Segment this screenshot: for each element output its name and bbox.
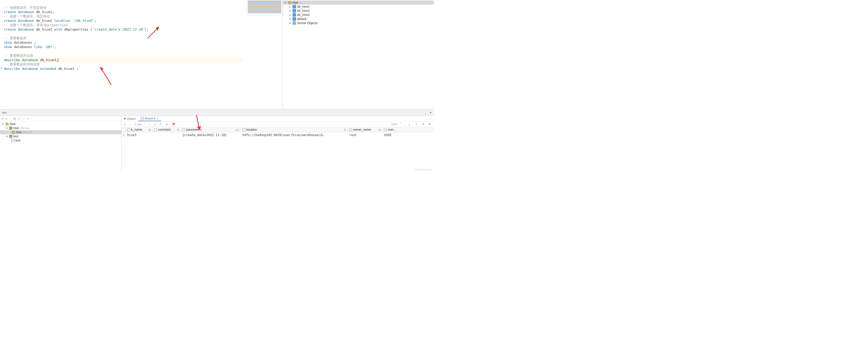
kw: create — [4, 19, 16, 23]
kw: create — [4, 28, 16, 31]
services-session-test[interactable]: test — [0, 138, 121, 143]
chevron-right-icon[interactable] — [289, 13, 291, 17]
cell-own[interactable]: USER — [382, 132, 398, 137]
str: '2022-11-18' — [120, 28, 145, 31]
tree-label: db_hive1 — [297, 5, 310, 8]
word: dbproperties — [64, 28, 88, 31]
tree-label: Server Objects — [297, 21, 317, 25]
db-node-default[interactable]: default — [283, 17, 434, 21]
editor-content[interactable]: -- 创建数据库，不指定路径 create database db_hive1;… — [0, 0, 282, 72]
stop-icon[interactable]: ■ — [165, 123, 168, 126]
chevron-down-icon[interactable] — [2, 122, 4, 126]
kw: database — [22, 58, 38, 62]
tree-label: hive — [292, 1, 298, 4]
tree-label: test — [13, 134, 18, 138]
database-tool-window[interactable]: hive 4 db_hive1 db_hive2 db_hive3 — [283, 0, 434, 110]
tab-output[interactable]: ▶ Output — [121, 116, 138, 121]
panel-title: ces — [1, 111, 7, 114]
db-node-db_hive1[interactable]: db_hive1 — [283, 5, 434, 9]
cell-comment[interactable] — [153, 132, 181, 137]
hive-icon — [11, 130, 15, 134]
kw: like — [34, 45, 42, 49]
eye-icon[interactable]: 👁 — [428, 123, 432, 126]
tree-label: hive — [16, 130, 22, 134]
kw: show — [4, 45, 12, 49]
services-panel-header: ces ⎯ ✱ — [0, 110, 434, 116]
row-number: 1 — [121, 132, 126, 137]
close-icon[interactable]: × — [156, 117, 158, 120]
db-root-hive[interactable]: hive 4 — [283, 1, 434, 5]
services-tree-pane[interactable]: ≡ ↧ | ⧉ ⤢ | ＋ hive hive 256 ms — [0, 116, 121, 172]
next-page-icon[interactable]: › — [148, 123, 151, 126]
code-comment: -- 查看数据库信息 — [4, 54, 33, 58]
code-comment: -- 创建一个数据库，指定路径 — [4, 14, 50, 18]
chevron-down-icon[interactable] — [6, 126, 8, 130]
row-number-header[interactable] — [121, 127, 126, 132]
cell-owner_name[interactable]: root — [348, 132, 382, 137]
cell-parameters[interactable]: {create_date=2022-11-18} — [181, 132, 241, 137]
services-toolbar: ≡ ↧ | ⧉ ⤢ | ＋ — [0, 116, 121, 121]
export-format[interactable]: CSV — [392, 123, 398, 126]
chevron-down-icon[interactable]: ˅ — [144, 122, 145, 126]
tab-result-4[interactable]: Result 4 × — [138, 116, 161, 121]
kw: describe — [4, 58, 20, 62]
results-pane[interactable]: ▶ Output Result 4 × |‹ ‹ 1 row ˅ › ›| ⟳ … — [121, 116, 434, 172]
table-row[interactable]: 1 hive3 {create_date=2022-11-18} hdfs://… — [121, 132, 434, 137]
code-comment: -- 创建数据库，不指定路径 — [4, 6, 46, 9]
datasource-icon — [9, 135, 12, 138]
kw: database — [18, 19, 34, 23]
chevron-down-icon[interactable] — [6, 134, 8, 138]
database-icon — [292, 9, 296, 12]
word: databases — [14, 40, 32, 44]
tab-label: Output — [127, 117, 135, 120]
col-b_name[interactable]: b_name⇅ — [126, 127, 153, 132]
hive-icon — [5, 122, 9, 126]
last-page-icon[interactable]: ›| — [153, 123, 156, 126]
filter-icon[interactable]: ≡ — [2, 117, 3, 120]
col-own[interactable]: own... — [382, 127, 398, 132]
collapse-icon[interactable]: ↧ — [5, 117, 7, 120]
gear-icon[interactable]: ✱ — [428, 111, 433, 114]
expand-icon[interactable]: ✦ — [421, 122, 425, 126]
chevron-right-icon[interactable] — [289, 21, 291, 25]
col-comment[interactable]: comment⇅ — [153, 127, 181, 132]
pin-icon[interactable]: 📌 — [171, 122, 176, 126]
add-icon[interactable]: ＋ — [26, 116, 29, 121]
kw: create — [4, 10, 16, 14]
services-datasource-hive[interactable]: hive 256 ms — [0, 126, 121, 130]
chevron-down-icon[interactable]: ˅ — [400, 122, 401, 126]
watermark: CSDN @ONLYYD — [414, 168, 432, 171]
datasource-icon — [9, 127, 12, 130]
reload-icon[interactable]: ⟳ — [159, 122, 162, 126]
tree-label: hive — [13, 126, 19, 130]
chevron-right-icon[interactable] — [289, 5, 291, 8]
services-datasource-test[interactable]: test — [0, 134, 121, 138]
cell-b_name[interactable]: hive3 — [126, 132, 153, 137]
services-root-hive[interactable]: hive — [0, 122, 121, 126]
db-node-db_hive2[interactable]: db_hive2 — [283, 9, 434, 13]
chevron-right-icon[interactable] — [289, 9, 291, 12]
str: '/db_hive2' — [72, 19, 94, 23]
layout-icon[interactable]: ⧉ — [13, 117, 16, 120]
row-count: 1 row — [134, 123, 141, 126]
upload-icon[interactable]: ⭱ — [414, 123, 418, 126]
prev-page-icon[interactable]: ‹ — [129, 123, 132, 126]
sql-editor[interactable]: ✔ -- 创建数据库，不指定路径 create database db_hive… — [0, 0, 283, 110]
ident: db_hive3 — [36, 28, 52, 31]
minimap[interactable] — [247, 0, 282, 15]
column-icon — [127, 128, 130, 131]
col-location[interactable]: location⇅ — [241, 127, 348, 132]
chevron-down-icon[interactable] — [284, 1, 287, 4]
db-node-db_hive3[interactable]: db_hive3 — [283, 13, 434, 17]
hide-icon[interactable]: ⎯ — [423, 111, 428, 114]
db-node-server-objects[interactable]: Server Objects — [283, 21, 434, 25]
folder-icon — [292, 21, 296, 25]
expand-icon[interactable]: ⤢ — [18, 117, 20, 120]
download-icon[interactable]: ⭳ — [407, 123, 412, 126]
services-session-hive[interactable]: hive 256 ms — [0, 130, 121, 134]
chevron-right-icon[interactable] — [289, 17, 291, 21]
col-owner_name[interactable]: owner_name⇅ — [348, 127, 382, 132]
col-parameters[interactable]: parameters▴ 1 — [181, 127, 241, 132]
cell-location[interactable]: hdfs://hadoop102:8020/user/hive/warehous… — [241, 132, 348, 137]
first-page-icon[interactable]: |‹ — [124, 123, 127, 126]
